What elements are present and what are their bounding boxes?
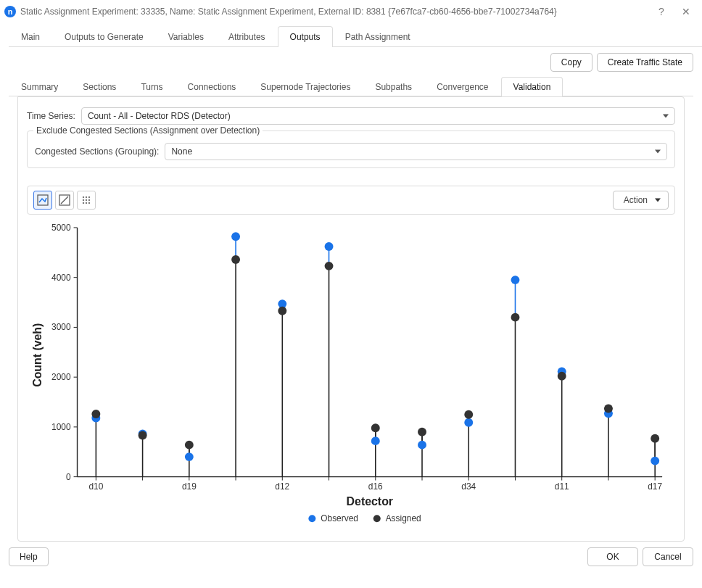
svg-text:5000: 5000 bbox=[51, 223, 71, 233]
svg-text:d17: d17 bbox=[648, 481, 662, 492]
chart-area: 010002000300040005000d10d19d12d16d34d11d… bbox=[27, 220, 675, 532]
footer: Help OK Cancel bbox=[0, 542, 702, 572]
svg-point-89 bbox=[464, 410, 473, 419]
svg-point-76 bbox=[185, 452, 194, 461]
svg-text:Observed: Observed bbox=[321, 513, 358, 523]
svg-point-102 bbox=[373, 515, 381, 522]
tab-outputs-generate[interactable]: Outputs to Generate bbox=[52, 26, 156, 47]
time-series-label: Time Series: bbox=[27, 111, 75, 121]
tab-connections[interactable]: Connections bbox=[176, 77, 249, 96]
close-icon[interactable]: ✕ bbox=[676, 4, 696, 20]
svg-point-8 bbox=[88, 199, 90, 201]
window-title: Static Assignment Experiment: 33335, Nam… bbox=[20, 7, 647, 17]
upper-actions: Copy Create Traffic State bbox=[0, 47, 702, 76]
svg-point-82 bbox=[325, 242, 334, 251]
tab-outputs[interactable]: Outputs bbox=[278, 26, 333, 47]
svg-point-3 bbox=[83, 196, 84, 198]
svg-point-84 bbox=[371, 436, 380, 445]
svg-point-91 bbox=[511, 313, 520, 322]
tab-sections[interactable]: Sections bbox=[70, 77, 128, 96]
chart-action-dropdown[interactable]: Action bbox=[613, 191, 669, 210]
svg-text:d34: d34 bbox=[461, 481, 476, 492]
svg-point-85 bbox=[371, 423, 380, 432]
svg-text:d10: d10 bbox=[88, 481, 103, 492]
svg-text:3000: 3000 bbox=[51, 322, 71, 332]
time-series-value: Count - All - Detector RDS (Detector) bbox=[88, 111, 231, 121]
chart-type-scatter-icon[interactable] bbox=[55, 191, 74, 210]
svg-point-86 bbox=[418, 441, 426, 450]
help-icon[interactable]: ? bbox=[651, 4, 672, 20]
title-bar: n Static Assignment Experiment: 33335, N… bbox=[0, 0, 702, 23]
svg-text:0: 0 bbox=[66, 472, 71, 482]
svg-text:d16: d16 bbox=[368, 481, 383, 492]
tab-subpaths[interactable]: Subpaths bbox=[363, 77, 424, 96]
svg-text:4000: 4000 bbox=[51, 273, 71, 283]
svg-point-75 bbox=[139, 431, 147, 440]
tab-validation[interactable]: Validation bbox=[501, 77, 563, 96]
svg-text:Detector: Detector bbox=[347, 495, 393, 508]
tab-supernode[interactable]: Supernode Trajectories bbox=[248, 77, 363, 96]
svg-point-83 bbox=[325, 262, 334, 270]
tab-variables[interactable]: Variables bbox=[156, 26, 216, 47]
chart-toolbar: Action bbox=[27, 186, 675, 215]
svg-point-77 bbox=[185, 441, 194, 450]
svg-text:1000: 1000 bbox=[51, 422, 71, 432]
svg-point-9 bbox=[83, 202, 84, 204]
svg-point-10 bbox=[86, 202, 87, 204]
congested-sections-value: None bbox=[171, 146, 192, 157]
svg-point-88 bbox=[464, 418, 473, 427]
svg-point-6 bbox=[83, 199, 84, 201]
svg-point-96 bbox=[651, 457, 659, 465]
svg-text:2000: 2000 bbox=[51, 372, 71, 382]
outer-tabs: Main Outputs to Generate Variables Attri… bbox=[9, 25, 702, 47]
exclude-congested-legend: Exclude Congested Sections (Assignment o… bbox=[33, 125, 263, 136]
svg-point-4 bbox=[86, 196, 87, 198]
time-series-row: Time Series: Count - All - Detector RDS … bbox=[27, 107, 675, 125]
chart-type-grid-icon[interactable] bbox=[77, 191, 96, 210]
exclude-congested-fieldset: Exclude Congested Sections (Assignment o… bbox=[27, 131, 675, 168]
ok-button[interactable]: OK bbox=[587, 547, 638, 566]
create-traffic-state-button[interactable]: Create Traffic State bbox=[597, 53, 693, 72]
svg-point-73 bbox=[91, 410, 100, 418]
congested-sections-select[interactable]: None bbox=[165, 143, 667, 160]
tab-attributes[interactable]: Attributes bbox=[216, 26, 278, 47]
tab-turns[interactable]: Turns bbox=[128, 77, 175, 96]
svg-text:d12: d12 bbox=[275, 481, 289, 492]
svg-point-87 bbox=[418, 428, 426, 436]
help-button[interactable]: Help bbox=[9, 547, 49, 566]
svg-text:Count (veh): Count (veh) bbox=[31, 323, 44, 387]
svg-point-93 bbox=[558, 372, 566, 381]
svg-line-2 bbox=[61, 196, 68, 204]
chart-action-label: Action bbox=[624, 195, 648, 205]
svg-point-90 bbox=[511, 276, 520, 284]
svg-point-79 bbox=[231, 255, 240, 264]
svg-point-7 bbox=[86, 199, 87, 201]
copy-button[interactable]: Copy bbox=[550, 53, 592, 72]
svg-point-100 bbox=[308, 515, 315, 522]
svg-point-5 bbox=[88, 196, 90, 198]
congested-sections-label: Congested Sections (Grouping): bbox=[35, 146, 159, 157]
tab-path-assignment[interactable]: Path Assignment bbox=[333, 26, 423, 47]
svg-point-11 bbox=[88, 202, 90, 204]
time-series-select[interactable]: Count - All - Detector RDS (Detector) bbox=[81, 107, 675, 125]
inner-tabs: Summary Sections Turns Connections Super… bbox=[9, 76, 693, 96]
cancel-button[interactable]: Cancel bbox=[643, 547, 693, 566]
tab-main[interactable]: Main bbox=[9, 26, 52, 47]
content-frame: Time Series: Count - All - Detector RDS … bbox=[17, 96, 685, 542]
svg-point-95 bbox=[604, 404, 613, 413]
svg-point-78 bbox=[231, 232, 240, 241]
svg-text:Assigned: Assigned bbox=[386, 513, 421, 523]
chart-type-line-icon[interactable] bbox=[33, 191, 52, 210]
svg-point-81 bbox=[278, 307, 286, 315]
tab-summary[interactable]: Summary bbox=[9, 77, 70, 96]
svg-point-97 bbox=[651, 434, 659, 443]
svg-text:d11: d11 bbox=[555, 481, 569, 492]
app-icon: n bbox=[4, 6, 16, 17]
svg-text:d19: d19 bbox=[182, 481, 197, 492]
tab-convergence[interactable]: Convergence bbox=[424, 77, 500, 96]
